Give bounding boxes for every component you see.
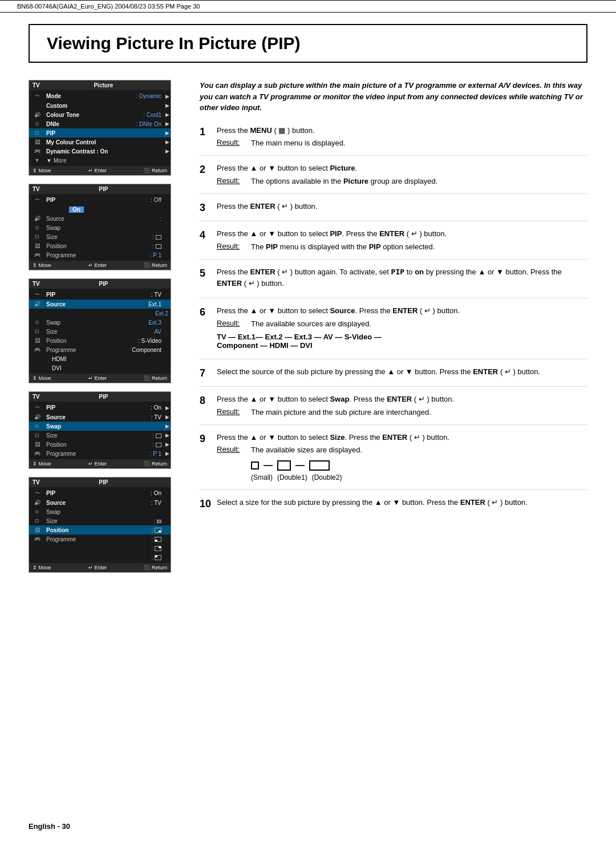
- menu-value: AV: [154, 329, 164, 335]
- menu-header-1: TV Picture: [29, 80, 171, 90]
- menu-label: Programme: [45, 347, 132, 353]
- result-text: The main picture and the sub picture are…: [251, 407, 587, 418]
- step-3: 3 Press the ENTER ( ↵ ) button.: [200, 201, 587, 222]
- menu-label: Position: [45, 442, 152, 448]
- step-result: Result: The main picture and the sub pic…: [217, 407, 587, 418]
- step-content: Press the MENU ( ▦ ) button. Result: The…: [217, 125, 587, 149]
- step-2: 2 Press the ▲ or ▼ button to select Pict…: [200, 163, 587, 194]
- menu-value: Ext.2: [155, 310, 171, 317]
- menu-label: Source: [45, 414, 151, 420]
- main-content: Viewing Picture In Picture (PIP) TV Pict…: [0, 13, 616, 604]
- menu-icon: 🖼: [29, 527, 45, 533]
- menu-value: : Cool1: [143, 112, 164, 118]
- menu-row: 🎮 Programme :: [29, 535, 171, 544]
- menu-label: Position: [45, 338, 138, 344]
- step-10: 10 Select a size for the sub picture by …: [200, 497, 587, 517]
- menu-title-5: PIP: [40, 479, 167, 485]
- menu-value: :: [152, 234, 164, 240]
- page-title: Viewing Picture In Picture (PIP): [47, 34, 569, 53]
- menu-icon: ⊡: [29, 130, 45, 136]
- menu-label: Swap: [45, 509, 161, 515]
- menu-arrow: ▶: [164, 432, 171, 438]
- menu-icon: ⊡: [29, 234, 45, 240]
- menu-tv-label-4: TV: [33, 394, 40, 400]
- menu-icon: 🔊: [29, 112, 45, 118]
- menu-arrow: ▶: [164, 139, 171, 145]
- menu-value: Component: [132, 347, 164, 353]
- menu-label: Position: [45, 527, 151, 533]
- footer-enter: ↵ Enter: [88, 565, 107, 570]
- menu-icon: ⊙: [29, 319, 45, 325]
- step-result: Result: The PIP menu is displayed with t…: [217, 242, 587, 252]
- menu-value: :: [151, 545, 164, 552]
- menu-label: Source: [45, 500, 151, 506]
- menu-row: 🖼 Position : S-Video: [29, 336, 171, 345]
- menu-value: Ext.3: [148, 319, 164, 326]
- footer-enter: ↵ Enter: [88, 168, 107, 173]
- menu-value: : P 1: [150, 451, 164, 457]
- source-chain: TV — Ext.1— Ext.2 — Ext.3 — AV — S-Video…: [217, 333, 587, 350]
- menu-label: PIP: [45, 490, 151, 496]
- menu-row: 🎮 Programme : P 1: [29, 250, 171, 260]
- menu-row: :: [29, 544, 171, 553]
- tv-menu-pip-swap: TV PIP 〜 PIP : On ▶ 🔊 Source: [29, 391, 171, 469]
- right-column: You can display a sub picture within the…: [200, 80, 587, 581]
- footer-return: ⬛ Return: [144, 375, 167, 381]
- menu-icon: 🔊: [29, 301, 45, 307]
- menu-icon: 🎮: [29, 148, 45, 154]
- step-4: 4 Press the ▲ or ▼ button to select PIP.…: [200, 228, 587, 260]
- menu-arrow: ▶: [164, 414, 171, 420]
- step-content: Press the ENTER ( ↵ ) button again. To a…: [217, 266, 587, 291]
- menu-arrow: ▶: [164, 112, 171, 118]
- step-content: Press the ▲ or ▼ button to select Pictur…: [217, 163, 587, 187]
- menu-body-1: 〜 Mode : Dynamic ▶ Custom ▶ 🔊: [29, 90, 171, 166]
- menu-icon: ⊡: [29, 432, 45, 438]
- footer-return: ⬛ Return: [144, 262, 167, 268]
- menu-arrow: ▶: [164, 103, 171, 108]
- steps-list: 1 Press the MENU ( ▦ ) button. Result: T…: [200, 125, 587, 517]
- step-content: Press the ▲ or ▼ button to select PIP. P…: [217, 228, 587, 252]
- step-5: 5 Press the ENTER ( ↵ ) button again. To…: [200, 266, 587, 298]
- menu-label: Position: [45, 243, 152, 249]
- menu-label: Swap: [45, 423, 161, 430]
- footer-move: ⇕ Move: [33, 262, 51, 268]
- menu-row-pip: ⊡ PIP ▶: [29, 128, 171, 137]
- menu-row: 🖼 Position : ▶: [29, 440, 171, 449]
- menu-row: 🎮 Programme : P 1 ▶: [29, 449, 171, 458]
- menu-label: Swap: [45, 319, 148, 326]
- menu-row: HDMI: [29, 354, 171, 363]
- result-text: The available sizes are displayed. — —: [251, 445, 587, 482]
- menu-label: Swap: [45, 225, 161, 231]
- menu-row: ⊡ Size : ▶: [29, 431, 171, 440]
- menu-value: : S-Video: [138, 338, 164, 344]
- step-6: 6 Press the ▲ or ▼ button to select Sour…: [200, 305, 587, 359]
- step-text: Select a size for the sub picture by pre…: [217, 497, 587, 508]
- menu-row: ⊙ DNIe : DNIe On ▶: [29, 119, 171, 128]
- step-number: 8: [200, 394, 217, 407]
- size-large-icon: [309, 460, 330, 471]
- menu-row: 〜 PIP : Off: [29, 195, 171, 205]
- menu-row: ⊙ Swap: [29, 507, 171, 516]
- menu-header-4: TV PIP: [29, 392, 171, 402]
- footer-page-label: English - 30: [29, 822, 70, 831]
- menu-value: DVI: [52, 365, 64, 371]
- result-label: Result:: [217, 407, 251, 418]
- result-text: The PIP menu is displayed with the PIP o…: [251, 242, 587, 252]
- step-content: Press the ▲ or ▼ button to select Swap. …: [217, 394, 587, 418]
- footer-move: ⇕ Move: [33, 375, 51, 381]
- menu-icon: ⊙: [29, 423, 45, 429]
- step-number: 1: [200, 125, 217, 138]
- menu-value: : On: [151, 404, 164, 411]
- menu-row: :: [29, 553, 171, 562]
- menu-arrow: ▶: [164, 94, 171, 99]
- step-text: Press the ▲ or ▼ button to select Pictur…: [217, 163, 587, 174]
- menu-icon: 〜: [29, 489, 45, 497]
- menu-value: : On: [151, 490, 164, 496]
- menu-row: 🖼 Position :: [29, 241, 171, 250]
- menu-header-2: TV PIP: [29, 184, 171, 194]
- step-result: Result: The available sources are displa…: [217, 319, 587, 329]
- menu-row: ⊡ Size AV: [29, 327, 171, 336]
- menu-tv-label-3: TV: [33, 281, 40, 287]
- menu-footer-3: ⇕ Move ↵ Enter ⬛ Return: [29, 374, 171, 383]
- step-result: Result: The options available in the Pic…: [217, 176, 587, 187]
